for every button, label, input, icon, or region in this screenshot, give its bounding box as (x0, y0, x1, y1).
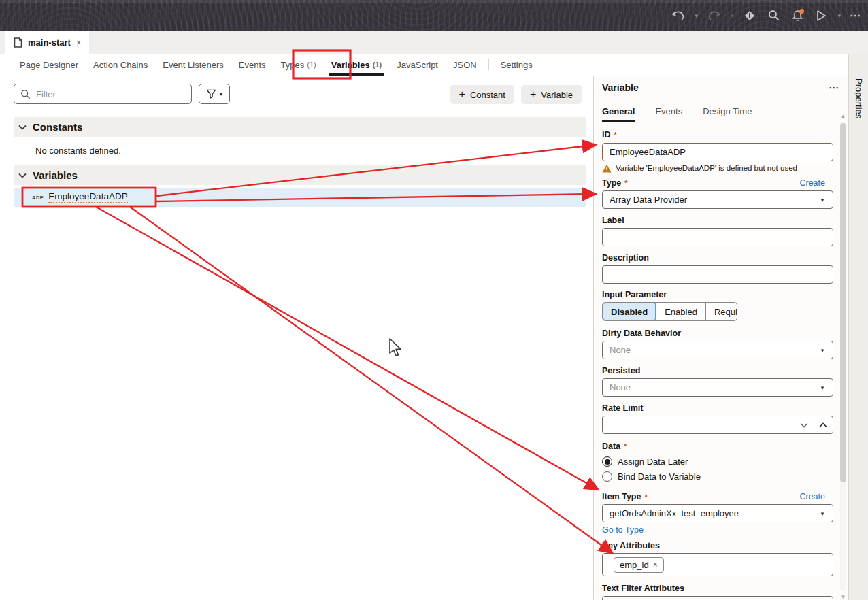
chevron-down-icon[interactable]: ▾ (812, 505, 833, 522)
chevron-down-icon[interactable]: ▾ (812, 341, 833, 359)
panel-overflow-menu-icon[interactable]: ⋯ (829, 82, 839, 94)
radio-unselected-icon (602, 471, 612, 482)
item-type-create-link[interactable]: Create (799, 492, 825, 501)
scroll-down-icon[interactable]: ▼ (839, 593, 847, 600)
no-constants-text: No constants defined. (35, 146, 121, 156)
tab-title: main-start (28, 37, 71, 48)
subtab-divider (488, 59, 489, 70)
persisted-dropdown[interactable]: None ▾ (602, 378, 833, 397)
plus-icon: + (530, 89, 536, 100)
notifications-bell-icon[interactable] (790, 8, 805, 23)
key-attributes-input[interactable]: emp_id × (602, 553, 833, 576)
redo-caret[interactable]: ▾ (731, 12, 734, 19)
segment-required[interactable]: Required (706, 303, 737, 320)
add-constant-button[interactable]: +Constant (450, 85, 514, 104)
redo-icon[interactable] (707, 8, 722, 23)
notification-dot (799, 9, 804, 14)
text-filter-attributes-label: Text Filter Attributes (602, 583, 825, 594)
id-label: ID* (602, 129, 825, 140)
persisted-label: Persisted (602, 365, 825, 376)
chevron-down-icon (18, 173, 27, 178)
filter-options-button[interactable]: ▾ (199, 84, 230, 104)
type-create-link[interactable]: Create (799, 178, 825, 188)
variables-list-panel: ▾ +Constant +Variable Constants No const… (0, 76, 593, 600)
dirty-data-behavior-label: Dirty Data Behavior (602, 328, 825, 339)
filter-input[interactable] (36, 89, 185, 99)
chip-remove-icon[interactable]: × (653, 560, 658, 569)
variables-section-header[interactable]: Variables (14, 165, 586, 185)
variable-name: EmployeeDataADP (48, 191, 127, 203)
label-label: Label (602, 215, 825, 226)
text-filter-attributes-input[interactable] (602, 596, 833, 600)
subtab-variables[interactable]: Variables(1) (324, 54, 390, 76)
search-icon (20, 89, 31, 99)
run-play-icon[interactable] (814, 8, 829, 23)
tab-main-start[interactable]: main-start × (5, 31, 89, 54)
rate-limit-input[interactable] (602, 416, 833, 434)
run-caret[interactable]: ▾ (837, 12, 841, 19)
subtab-types[interactable]: Types(1) (273, 54, 324, 76)
segment-enabled[interactable]: Enabled (656, 303, 706, 320)
segment-disabled[interactable]: Disabled (603, 303, 656, 320)
input-parameter-segmented-control: Disabled Enabled Required (602, 302, 737, 321)
panel-scrollbar[interactable]: ▲ ▼ (839, 112, 847, 600)
panel-tab-design-time[interactable]: Design Time (703, 106, 752, 122)
radio-bind-data-to-variable[interactable]: Bind Data to Variable (602, 471, 825, 482)
chevron-down-icon[interactable]: ▾ (812, 191, 833, 208)
chevron-down-icon[interactable]: ▾ (812, 379, 833, 396)
key-attribute-chip[interactable]: emp_id × (614, 557, 664, 573)
key-attributes-label: Key Attributes (602, 540, 825, 551)
item-type-label: Item Type* (602, 491, 648, 502)
item-type-dropdown[interactable]: getOrdsAdminXx_test_employee ▾ (602, 504, 833, 522)
go-to-type-link[interactable]: Go to Type (602, 525, 825, 535)
subtab-action-chains[interactable]: Action Chains (86, 54, 155, 76)
plus-icon: + (459, 89, 465, 100)
properties-side-tab-label: Properties (854, 78, 864, 118)
search-icon[interactable] (766, 8, 781, 23)
data-label: Data* (602, 441, 825, 452)
undo-caret[interactable]: ▾ (695, 12, 698, 19)
variable-list-item-employeedataadp[interactable]: ADP EmployeeDataADP (14, 188, 586, 207)
dirty-data-behavior-dropdown[interactable]: None ▾ (602, 341, 833, 359)
properties-side-tab[interactable]: Properties (848, 54, 868, 600)
overflow-menu-icon[interactable]: ⋯ (850, 9, 861, 22)
panel-tab-general[interactable]: General (602, 106, 635, 122)
page-subtabs: Page Designer Action Chains Event Listen… (0, 54, 868, 76)
scroll-up-icon[interactable]: ▲ (839, 112, 847, 119)
warning-icon (602, 164, 612, 173)
chevron-down-icon[interactable] (795, 416, 814, 433)
tab-close-icon[interactable]: × (76, 37, 82, 48)
chevron-up-icon[interactable] (814, 416, 833, 433)
page-doc-icon (14, 37, 22, 48)
subtab-settings[interactable]: Settings (493, 54, 540, 76)
app-header: ▾ ▾ ▾ ⋯ (0, 0, 868, 31)
id-input[interactable]: EmployeeDataADP (602, 143, 833, 161)
panel-tab-events[interactable]: Events (655, 106, 682, 122)
subtab-events[interactable]: Events (231, 54, 273, 76)
subtab-json[interactable]: JSON (446, 54, 484, 76)
type-label: Type* (602, 178, 628, 188)
type-dropdown[interactable]: Array Data Provider ▾ (602, 190, 833, 209)
scrollbar-thumb[interactable] (840, 123, 846, 482)
editor-tab-strip: main-start × (0, 31, 868, 54)
subtab-page-designer[interactable]: Page Designer (12, 54, 86, 76)
chevron-down-icon (18, 124, 27, 130)
constants-section-header[interactable]: Constants (14, 117, 586, 137)
subtab-javascript[interactable]: JavaScript (389, 54, 446, 76)
description-input[interactable] (602, 265, 833, 284)
adp-type-badge: ADP (32, 195, 44, 201)
rate-limit-label: Rate Limit (602, 403, 825, 414)
funnel-icon (206, 89, 216, 99)
subtab-event-listeners[interactable]: Event Listeners (155, 54, 231, 76)
id-warning-text: Variable 'EmployeeDataADP' is defined bu… (616, 163, 797, 173)
description-label: Description (602, 252, 825, 263)
undo-icon[interactable] (671, 8, 686, 23)
label-input[interactable] (602, 228, 833, 246)
filter-search-box[interactable] (14, 84, 192, 104)
radio-assign-data-later[interactable]: Assign Data Later (602, 456, 825, 467)
add-variable-button[interactable]: +Variable (521, 85, 582, 104)
properties-panel-title: Variable (602, 82, 639, 93)
chevron-down-icon: ▾ (220, 90, 223, 97)
diff-diamond-icon[interactable] (742, 8, 757, 23)
radio-selected-icon (602, 456, 612, 467)
